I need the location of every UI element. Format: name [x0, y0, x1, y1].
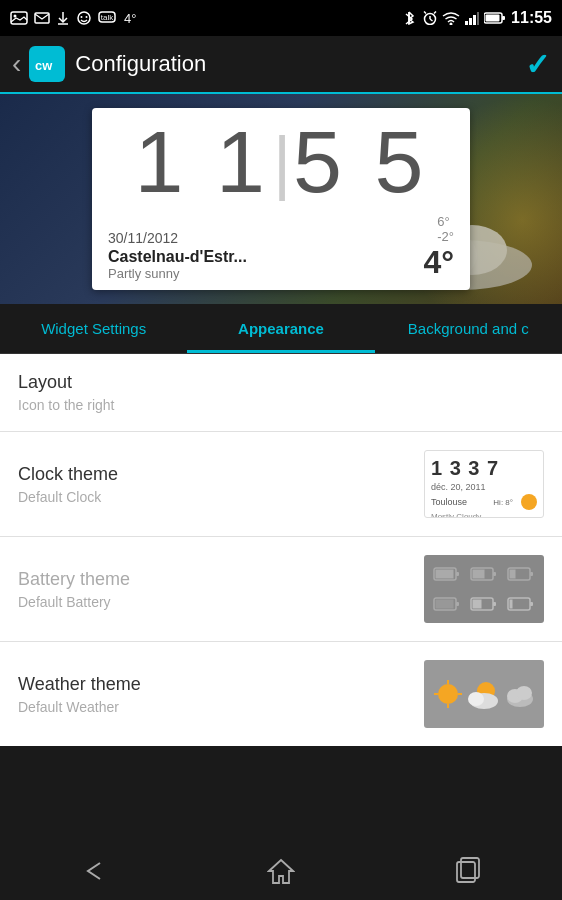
thumb-clock-bottom: Toulouse Hi: 8° [431, 494, 537, 510]
svg-rect-18 [469, 18, 472, 25]
app-title: Configuration [75, 51, 525, 77]
weather-theme-text: Weather theme Default Weather [18, 674, 424, 715]
svg-point-5 [78, 12, 90, 24]
svg-rect-39 [456, 602, 459, 606]
widget-date: 30/11/2012 [108, 230, 423, 246]
clock-theme-thumbnail: 1 3 3 7 déc. 20, 2011 Toulouse Hi: 8° Mo… [424, 450, 544, 518]
svg-rect-20 [477, 12, 479, 25]
svg-rect-32 [472, 570, 484, 579]
clock-theme-title: Clock theme [18, 464, 424, 485]
weather-theme-setting[interactable]: Weather theme Default Weather [0, 642, 562, 746]
talk-icon: talk [98, 11, 118, 25]
svg-rect-19 [473, 15, 476, 25]
app-bar: ‹ cw Configuration ✓ [0, 36, 562, 94]
svg-rect-36 [530, 572, 533, 576]
svg-rect-59 [461, 858, 479, 878]
svg-marker-57 [269, 860, 293, 883]
battery-icon-1 [430, 561, 463, 587]
svg-rect-17 [465, 21, 468, 25]
svg-point-46 [438, 684, 458, 704]
signal-icon [465, 11, 479, 25]
app-logo: cw [29, 46, 65, 82]
widget-temperature: 6° -2° 4° [423, 214, 454, 281]
back-nav-icon [80, 859, 108, 883]
svg-rect-33 [493, 572, 496, 576]
svg-rect-23 [502, 16, 505, 20]
battery-icon [484, 11, 506, 25]
widget-weather: Partly sunny [108, 266, 423, 281]
clock-time-display: 1 1 | 5 5 [108, 118, 454, 206]
weather-theme-subtitle: Default Weather [18, 699, 424, 715]
svg-rect-29 [435, 570, 453, 579]
svg-rect-41 [472, 600, 481, 609]
svg-point-7 [86, 16, 88, 18]
svg-rect-42 [493, 602, 496, 606]
layout-setting[interactable]: Layout Icon to the right [0, 354, 562, 431]
widget-card: 1 1 | 5 5 30/11/2012 Castelnau-d'Estr...… [92, 108, 470, 290]
temperature-display: 4° [124, 11, 136, 26]
recent-nav-icon [454, 857, 482, 885]
bottom-navigation [0, 842, 562, 900]
battery-theme-text: Battery theme Default Battery [18, 569, 424, 610]
svg-rect-2 [35, 13, 49, 23]
battery-icon-5 [467, 591, 500, 617]
tab-bar: Widget Settings Appearance Background an… [0, 304, 562, 354]
image-icon [10, 11, 28, 25]
status-bar: talk 4° [0, 0, 562, 36]
svg-line-13 [430, 19, 433, 21]
battery-theme-setting[interactable]: Battery theme Default Battery [0, 537, 562, 641]
svg-rect-45 [530, 602, 533, 606]
clock-minutes: 5 5 [293, 118, 427, 206]
widget-temp-range: 6° -2° [437, 214, 454, 244]
widget-city: Castelnau-d'Estr... [108, 248, 423, 266]
battery-icon-4 [430, 591, 463, 617]
svg-line-15 [434, 12, 436, 14]
svg-text:cw: cw [35, 58, 53, 73]
settings-list: Layout Icon to the right Clock theme Def… [0, 354, 562, 746]
confirm-button[interactable]: ✓ [525, 47, 550, 82]
weather-theme-title: Weather theme [18, 674, 424, 695]
battery-icon-6 [505, 591, 538, 617]
nav-home-button[interactable] [251, 851, 311, 891]
svg-point-6 [81, 16, 83, 18]
email-icon [34, 11, 50, 25]
alarm-icon [423, 11, 437, 25]
svg-line-14 [424, 12, 426, 14]
tab-background[interactable]: Background and c [375, 304, 562, 353]
smiley-icon [76, 11, 92, 25]
svg-point-16 [450, 23, 453, 26]
nav-recent-button[interactable] [438, 851, 498, 891]
svg-point-56 [516, 686, 532, 700]
tab-widget-settings[interactable]: Widget Settings [0, 304, 187, 353]
thumb-clock-date: déc. 20, 2011 [431, 482, 537, 492]
battery-theme-title: Battery theme [18, 569, 424, 590]
partly-cloudy-icon [466, 679, 502, 709]
battery-icon-2 [467, 561, 500, 587]
status-left-icons: talk 4° [10, 11, 136, 26]
svg-point-53 [468, 692, 484, 706]
nav-back-button[interactable] [64, 851, 124, 891]
svg-text:talk: talk [101, 13, 114, 22]
battery-theme-thumbnail [424, 555, 544, 623]
svg-rect-30 [456, 572, 459, 576]
status-right-icons: 11:55 [400, 9, 552, 27]
clock-hours: 1 1 [135, 118, 269, 206]
sun-icon [433, 679, 463, 709]
svg-rect-38 [435, 600, 453, 609]
back-arrow[interactable]: ‹ [12, 48, 21, 80]
wifi-icon [442, 11, 460, 25]
download-icon [56, 11, 70, 25]
cloud-icon [505, 679, 535, 709]
battery-icon-3 [505, 561, 538, 587]
tab-appearance[interactable]: Appearance [187, 304, 374, 353]
widget-preview: 1 1 | 5 5 30/11/2012 Castelnau-d'Estr...… [0, 94, 562, 304]
clock-display: 11:55 [511, 9, 552, 27]
clock-theme-subtitle: Default Clock [18, 489, 424, 505]
bluetooth-icon [400, 11, 418, 25]
clock-theme-setting[interactable]: Clock theme Default Clock 1 3 3 7 déc. 2… [0, 432, 562, 536]
battery-theme-subtitle: Default Battery [18, 594, 424, 610]
svg-rect-22 [486, 15, 500, 22]
thumb-clock-time: 1 3 3 7 [431, 455, 537, 482]
home-nav-icon [267, 857, 295, 885]
widget-temp-main: 4° [423, 244, 454, 281]
